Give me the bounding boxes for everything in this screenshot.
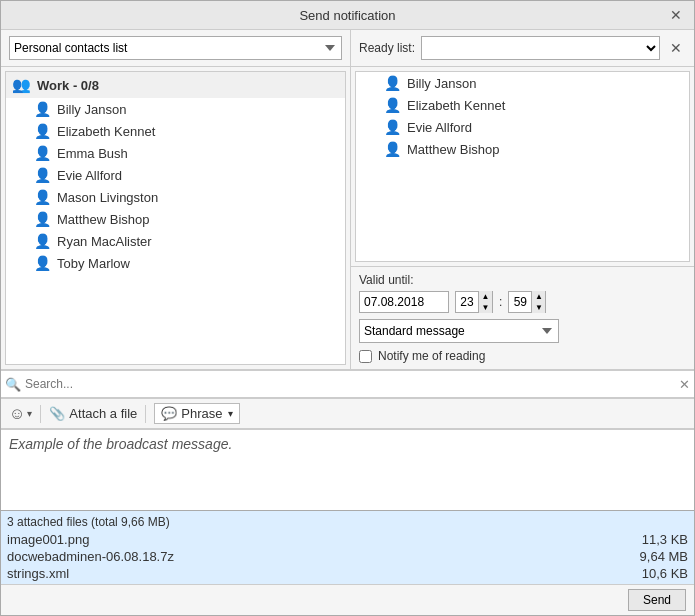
list-item[interactable]: 👤 Ryan MacAlister [6, 230, 345, 252]
close-button[interactable]: ✕ [668, 7, 684, 23]
person-icon: 👤 [34, 101, 51, 117]
send-row: Send [1, 584, 694, 615]
attachments-section: 3 attached files (total 9,66 MB) image00… [1, 510, 694, 584]
toolbar: ☺ ▾ 📎 Attach a file 💬 Phrase ▾ [1, 399, 694, 429]
search-input[interactable] [25, 373, 679, 395]
toolbar-separator [40, 405, 41, 423]
right-panel: Ready list: ✕ 👤 Billy Janson 👤 Elizabeth… [351, 30, 694, 369]
hour-spinner-buttons: ▲ ▼ [478, 291, 492, 313]
minute-spinner: 59 ▲ ▼ [508, 291, 546, 313]
notify-checkbox[interactable] [359, 350, 372, 363]
person-icon: 👤 [384, 75, 401, 91]
message-type-dropdown[interactable]: Standard message [359, 319, 559, 343]
file-name: image001.png [7, 532, 89, 547]
left-panel: Personal contacts list 👥 Work - 0/8 👤 Bi… [1, 30, 351, 369]
ready-list-dropdown[interactable] [421, 36, 660, 60]
clear-ready-list-button[interactable]: ✕ [666, 38, 686, 58]
person-icon: 👤 [34, 189, 51, 205]
person-icon: 👤 [34, 145, 51, 161]
hour-value: 23 [456, 295, 478, 309]
notify-row: Notify me of reading [359, 349, 686, 363]
list-item[interactable]: 👤 Evie Allford [6, 164, 345, 186]
file-size: 9,64 MB [640, 549, 688, 564]
search-bar: 🔍 ✕ [1, 370, 694, 398]
ready-list-header: Ready list: ✕ [351, 30, 694, 67]
dialog-title: Send notification [27, 8, 668, 23]
emoji-dropdown-arrow: ▾ [27, 408, 32, 419]
phrase-button[interactable]: 💬 Phrase ▾ [154, 403, 240, 424]
contacts-dropdown[interactable]: Personal contacts list [9, 36, 342, 60]
time-separator: : [499, 295, 502, 309]
contacts-list: 👥 Work - 0/8 👤 Billy Janson 👤 Elizabeth … [5, 71, 346, 365]
send-button[interactable]: Send [628, 589, 686, 611]
contacts-dropdown-row: Personal contacts list [1, 30, 350, 67]
minute-down-button[interactable]: ▼ [531, 302, 545, 313]
file-size: 11,3 KB [642, 532, 688, 547]
list-item[interactable]: 👤 Emma Bush [6, 142, 345, 164]
message-input[interactable] [1, 430, 694, 510]
contact-group: 👥 Work - 0/8 [6, 72, 345, 98]
message-container [1, 429, 694, 510]
file-name: docwebadminen-06.08.18.7z [7, 549, 174, 564]
ready-list-label: Ready list: [359, 41, 415, 55]
list-item[interactable]: 👤 Elizabeth Kennet [6, 120, 345, 142]
attach-label: Attach a file [69, 406, 137, 421]
ready-contacts-list: 👤 Billy Janson 👤 Elizabeth Kennet 👤 Evie… [355, 71, 690, 262]
hour-spinner: 23 ▲ ▼ [455, 291, 493, 313]
list-item[interactable]: 👤 Billy Janson [6, 98, 345, 120]
table-row: strings.xml 10,6 KB [7, 565, 688, 582]
message-type-row: Standard message [359, 319, 686, 343]
attach-file-button[interactable]: 📎 Attach a file [49, 406, 137, 421]
file-name: strings.xml [7, 566, 69, 581]
emoji-icon: ☺ [9, 405, 25, 423]
search-clear-button[interactable]: ✕ [679, 377, 690, 392]
person-icon: 👤 [34, 211, 51, 227]
person-icon: 👤 [384, 119, 401, 135]
list-item[interactable]: 👤 Mason Livingston [6, 186, 345, 208]
hour-down-button[interactable]: ▼ [478, 302, 492, 313]
hour-up-button[interactable]: ▲ [478, 291, 492, 302]
attachments-header: 3 attached files (total 9,66 MB) [7, 513, 688, 531]
phrase-label: Phrase [181, 406, 222, 421]
list-item[interactable]: 👤 Matthew Bishop [356, 138, 689, 160]
toolbar-separator [145, 405, 146, 423]
search-icon: 🔍 [5, 377, 21, 392]
list-item[interactable]: 👤 Toby Marlow [6, 252, 345, 274]
person-icon: 👤 [384, 141, 401, 157]
phrase-icon: 💬 [161, 406, 177, 421]
valid-until-label: Valid until: [359, 273, 686, 287]
minute-value: 59 [509, 295, 531, 309]
phrase-dropdown-arrow: ▾ [228, 408, 233, 419]
person-icon: 👤 [34, 123, 51, 139]
file-size: 10,6 KB [642, 566, 688, 581]
title-bar: Send notification ✕ [1, 1, 694, 30]
person-icon: 👤 [34, 167, 51, 183]
list-item[interactable]: 👤 Billy Janson [356, 72, 689, 94]
emoji-button[interactable]: ☺ ▾ [9, 405, 32, 423]
attach-icon: 📎 [49, 406, 65, 421]
person-icon: 👤 [34, 233, 51, 249]
person-icon: 👤 [34, 255, 51, 271]
minute-up-button[interactable]: ▲ [531, 291, 545, 302]
notify-label: Notify me of reading [378, 349, 485, 363]
valid-until-section: Valid until: 23 ▲ ▼ : 59 ▲ [351, 266, 694, 369]
list-item[interactable]: 👤 Evie Allford [356, 116, 689, 138]
list-item[interactable]: 👤 Matthew Bishop [6, 208, 345, 230]
person-icon: 👤 [384, 97, 401, 113]
list-item[interactable]: 👤 Elizabeth Kennet [356, 94, 689, 116]
group-icon: 👥 [12, 76, 31, 94]
date-input[interactable] [359, 291, 449, 313]
bottom-section: ☺ ▾ 📎 Attach a file 💬 Phrase ▾ 3 attache… [1, 398, 694, 615]
date-time-row: 23 ▲ ▼ : 59 ▲ ▼ [359, 291, 686, 313]
table-row: docwebadminen-06.08.18.7z 9,64 MB [7, 548, 688, 565]
table-row: image001.png 11,3 KB [7, 531, 688, 548]
send-notification-dialog: Send notification ✕ Personal contacts li… [0, 0, 695, 616]
main-content: Personal contacts list 👥 Work - 0/8 👤 Bi… [1, 30, 694, 370]
minute-spinner-buttons: ▲ ▼ [531, 291, 545, 313]
